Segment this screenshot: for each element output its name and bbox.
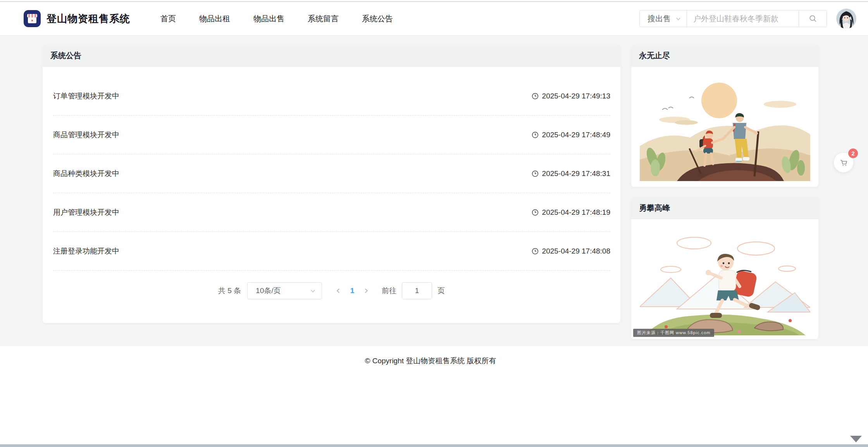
nav-item-announcements[interactable]: 系统公告 [362, 14, 393, 24]
page-unit-label: 页 [437, 286, 445, 296]
clock-icon [532, 170, 539, 177]
clock-icon [532, 248, 539, 255]
prev-page-button[interactable] [331, 288, 345, 293]
page-number-current[interactable]: 1 [345, 286, 359, 295]
announcement-time: 2025-04-29 17:48:08 [532, 247, 610, 255]
chevron-down-icon [675, 16, 681, 22]
banner-image-hikers [631, 67, 818, 187]
search-input[interactable] [687, 10, 799, 27]
boy-climber-illustration [640, 223, 810, 335]
cart-button[interactable]: 2 [834, 152, 854, 173]
banner-card-header: 勇攀高峰 [631, 197, 818, 219]
footer-copyright: © Copyright 登山物资租售系统 版权所有 [43, 356, 818, 366]
app-screen: 登山物资租售系统 首页 物品出租 物品出售 系统留言 系统公告 搜出售 [0, 0, 868, 447]
announcement-row[interactable]: 注册登录功能开发中 2025-04-29 17:48:08 [53, 232, 610, 271]
cart-icon [839, 158, 848, 167]
scroll-down-indicator[interactable] [850, 436, 862, 442]
chevron-right-icon [363, 288, 369, 293]
search-category-value: 搜出售 [648, 14, 671, 24]
announcements-list: 订单管理模块开发中 2025-04-29 17:49:13 商品管理模块开发中 [43, 67, 620, 271]
search-button[interactable] [799, 10, 827, 27]
avatar-image [836, 9, 856, 29]
chevron-down-icon [310, 288, 316, 294]
announcement-time: 2025-04-29 17:48:19 [532, 208, 610, 217]
announcements-card: 系统公告 订单管理模块开发中 2025-04-29 17:49:13 商品管理模… [43, 45, 620, 323]
announcement-timestamp: 2025-04-29 17:48:19 [542, 208, 610, 217]
goto-label: 前往 [382, 286, 396, 296]
clock-icon [532, 131, 539, 138]
announcement-row[interactable]: 商品种类模块开发中 2025-04-29 17:48:31 [53, 154, 610, 193]
next-page-button[interactable] [359, 288, 373, 293]
announcement-row[interactable]: 订单管理模块开发中 2025-04-29 17:49:13 [53, 77, 610, 116]
announcement-timestamp: 2025-04-29 17:48:31 [542, 169, 610, 178]
announcement-timestamp: 2025-04-29 17:48:49 [542, 131, 610, 139]
chevron-left-icon [336, 288, 341, 293]
nav-item-rent[interactable]: 物品出租 [199, 14, 230, 24]
store-logo-icon [23, 10, 41, 28]
sidebar: 永无止尽 [631, 45, 818, 339]
user-avatar[interactable] [836, 9, 856, 29]
clock-icon [532, 93, 539, 100]
brand-title: 登山物资租售系统 [46, 12, 130, 26]
page-size-value: 10条/页 [256, 286, 281, 296]
banner-card-peak: 勇攀高峰 [631, 197, 818, 339]
banner-card-endless: 永无止尽 [631, 45, 818, 187]
announcement-time: 2025-04-29 17:48:49 [532, 131, 610, 139]
pagination: 共 5 条 10条/页 1 前 [43, 271, 620, 323]
search-bar: 搜出售 [639, 10, 827, 27]
announcement-text: 商品管理模块开发中 [53, 130, 119, 140]
search-category-select[interactable]: 搜出售 [640, 10, 687, 27]
announcements-header: 系统公告 [43, 45, 620, 67]
banner-card-title: 勇攀高峰 [639, 203, 670, 213]
content-layout: 系统公告 订单管理模块开发中 2025-04-29 17:49:13 商品管理模… [43, 45, 818, 339]
announcement-time: 2025-04-29 17:49:13 [532, 92, 610, 100]
announcement-timestamp: 2025-04-29 17:48:08 [542, 247, 610, 255]
announcement-text: 注册登录功能开发中 [53, 246, 119, 256]
image-watermark: 图片来源：千图网 www.58pic.com [633, 329, 714, 337]
nav-item-sale[interactable]: 物品出售 [253, 14, 284, 24]
banner-card-header: 永无止尽 [631, 45, 818, 67]
announcement-text: 商品种类模块开发中 [53, 169, 119, 179]
main-nav: 首页 物品出租 物品出售 系统留言 系统公告 [160, 14, 393, 24]
hikers-illustration [640, 72, 810, 181]
nav-item-messages[interactable]: 系统留言 [308, 14, 339, 24]
page-size-select[interactable]: 10条/页 [247, 282, 322, 299]
nav-item-home[interactable]: 首页 [160, 14, 176, 24]
announcement-text: 订单管理模块开发中 [53, 91, 119, 101]
cart-badge: 2 [848, 148, 858, 158]
announcement-timestamp: 2025-04-29 17:49:13 [542, 92, 610, 100]
announcement-row[interactable]: 用户管理模块开发中 2025-04-29 17:48:19 [53, 193, 610, 232]
announcement-text: 用户管理模块开发中 [53, 207, 119, 217]
window-bottom-edge [0, 444, 868, 447]
banner-image-boy: 图片来源：千图网 www.58pic.com [631, 219, 818, 339]
banner-card-title: 永无止尽 [639, 50, 670, 61]
announcement-time: 2025-04-29 17:48:31 [532, 169, 610, 178]
announcements-title: 系统公告 [50, 50, 81, 61]
search-icon [809, 14, 817, 23]
navbar: 登山物资租售系统 首页 物品出租 物品出售 系统留言 系统公告 搜出售 [0, 2, 868, 36]
goto-page-input[interactable] [402, 282, 432, 299]
pagination-total: 共 5 条 [218, 286, 241, 296]
announcement-row[interactable]: 商品管理模块开发中 2025-04-29 17:48:49 [53, 116, 610, 154]
clock-icon [532, 209, 539, 216]
